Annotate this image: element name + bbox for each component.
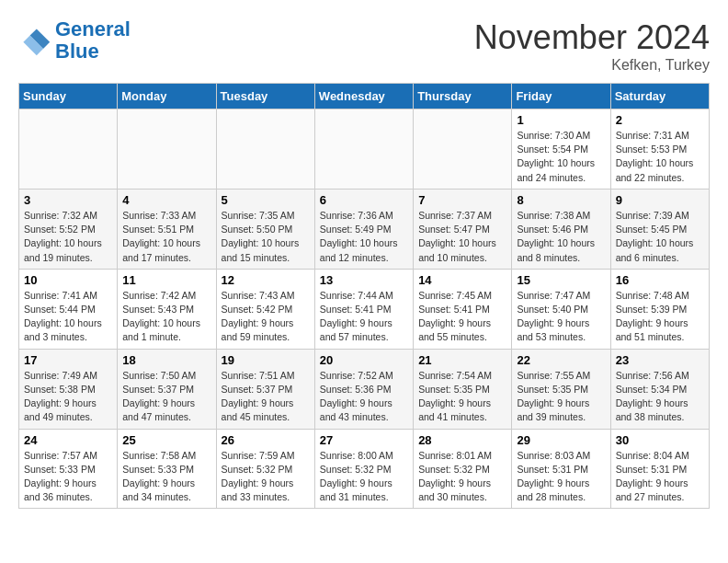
calendar-cell: 13Sunrise: 7:44 AM Sunset: 5:41 PM Dayli… (314, 269, 413, 349)
calendar-cell: 17Sunrise: 7:49 AM Sunset: 5:38 PM Dayli… (19, 349, 118, 429)
dow-header: Sunday (19, 84, 118, 109)
day-info: Sunrise: 8:04 AM Sunset: 5:31 PM Dayligh… (616, 449, 704, 505)
calendar-cell: 12Sunrise: 7:43 AM Sunset: 5:42 PM Dayli… (216, 269, 314, 349)
day-number: 24 (24, 433, 112, 447)
day-info: Sunrise: 7:41 AM Sunset: 5:44 PM Dayligh… (24, 289, 112, 345)
calendar-cell: 11Sunrise: 7:42 AM Sunset: 5:43 PM Dayli… (118, 269, 216, 349)
day-number: 26 (222, 433, 310, 447)
day-info: Sunrise: 7:52 AM Sunset: 5:36 PM Dayligh… (320, 369, 408, 425)
day-info: Sunrise: 7:31 AM Sunset: 5:53 PM Dayligh… (616, 129, 704, 185)
day-number: 7 (418, 193, 506, 207)
day-info: Sunrise: 7:43 AM Sunset: 5:42 PM Dayligh… (222, 289, 310, 345)
day-info: Sunrise: 7:30 AM Sunset: 5:54 PM Dayligh… (517, 129, 605, 185)
day-number: 6 (320, 193, 408, 207)
calendar-cell: 6Sunrise: 7:36 AM Sunset: 5:49 PM Daylig… (314, 189, 413, 269)
day-number: 10 (24, 273, 112, 287)
calendar-week-row: 3Sunrise: 7:32 AM Sunset: 5:52 PM Daylig… (19, 189, 710, 269)
calendar-cell: 30Sunrise: 8:04 AM Sunset: 5:31 PM Dayli… (610, 429, 709, 509)
calendar-cell: 28Sunrise: 8:01 AM Sunset: 5:32 PM Dayli… (414, 429, 512, 509)
dow-header: Wednesday (314, 84, 413, 109)
day-number: 29 (517, 433, 605, 447)
calendar-cell: 8Sunrise: 7:38 AM Sunset: 5:46 PM Daylig… (512, 189, 610, 269)
day-info: Sunrise: 7:45 AM Sunset: 5:41 PM Dayligh… (418, 289, 506, 345)
title-block: November 2024 Kefken, Turkey (474, 18, 710, 74)
day-number: 18 (122, 353, 210, 367)
calendar-week-row: 1Sunrise: 7:30 AM Sunset: 5:54 PM Daylig… (19, 109, 710, 190)
day-number: 13 (320, 273, 408, 287)
day-number: 30 (616, 433, 704, 447)
calendar-cell: 20Sunrise: 7:52 AM Sunset: 5:36 PM Dayli… (314, 349, 413, 429)
day-info: Sunrise: 7:49 AM Sunset: 5:38 PM Dayligh… (24, 369, 112, 425)
logo: General Blue (18, 18, 131, 63)
day-number: 19 (222, 353, 310, 367)
calendar-cell (118, 109, 216, 190)
day-info: Sunrise: 7:58 AM Sunset: 5:33 PM Dayligh… (122, 449, 210, 505)
day-number: 1 (517, 113, 605, 127)
day-info: Sunrise: 8:01 AM Sunset: 5:32 PM Dayligh… (418, 449, 506, 505)
logo-icon (18, 24, 51, 57)
day-number: 3 (24, 193, 112, 207)
day-number: 25 (122, 433, 210, 447)
day-info: Sunrise: 7:42 AM Sunset: 5:43 PM Dayligh… (122, 289, 210, 345)
calendar-cell: 25Sunrise: 7:58 AM Sunset: 5:33 PM Dayli… (118, 429, 216, 509)
day-number: 28 (418, 433, 506, 447)
calendar-cell: 29Sunrise: 8:03 AM Sunset: 5:31 PM Dayli… (512, 429, 610, 509)
day-number: 27 (320, 433, 408, 447)
calendar-cell: 19Sunrise: 7:51 AM Sunset: 5:37 PM Dayli… (216, 349, 314, 429)
day-info: Sunrise: 7:44 AM Sunset: 5:41 PM Dayligh… (320, 289, 408, 345)
day-info: Sunrise: 7:48 AM Sunset: 5:39 PM Dayligh… (616, 289, 704, 345)
day-number: 11 (122, 273, 210, 287)
calendar-cell: 27Sunrise: 8:00 AM Sunset: 5:32 PM Dayli… (314, 429, 413, 509)
calendar-week-row: 17Sunrise: 7:49 AM Sunset: 5:38 PM Dayli… (19, 349, 710, 429)
day-number: 17 (24, 353, 112, 367)
dow-header: Tuesday (216, 84, 314, 109)
dow-header: Friday (512, 84, 610, 109)
calendar-cell: 9Sunrise: 7:39 AM Sunset: 5:45 PM Daylig… (610, 189, 709, 269)
day-info: Sunrise: 7:47 AM Sunset: 5:40 PM Dayligh… (517, 289, 605, 345)
dow-header: Saturday (610, 84, 709, 109)
calendar-cell: 10Sunrise: 7:41 AM Sunset: 5:44 PM Dayli… (19, 269, 118, 349)
day-info: Sunrise: 7:55 AM Sunset: 5:35 PM Dayligh… (517, 369, 605, 425)
day-info: Sunrise: 7:38 AM Sunset: 5:46 PM Dayligh… (517, 209, 605, 265)
day-info: Sunrise: 7:33 AM Sunset: 5:51 PM Dayligh… (122, 209, 210, 265)
calendar-cell: 26Sunrise: 7:59 AM Sunset: 5:32 PM Dayli… (216, 429, 314, 509)
day-number: 4 (122, 193, 210, 207)
calendar-cell: 24Sunrise: 7:57 AM Sunset: 5:33 PM Dayli… (19, 429, 118, 509)
day-info: Sunrise: 7:36 AM Sunset: 5:49 PM Dayligh… (320, 209, 408, 265)
calendar-cell: 1Sunrise: 7:30 AM Sunset: 5:54 PM Daylig… (512, 109, 610, 190)
calendar-cell: 18Sunrise: 7:50 AM Sunset: 5:37 PM Dayli… (118, 349, 216, 429)
page-header: General Blue November 2024 Kefken, Turke… (18, 18, 710, 74)
day-info: Sunrise: 7:32 AM Sunset: 5:52 PM Dayligh… (24, 209, 112, 265)
day-info: Sunrise: 7:35 AM Sunset: 5:50 PM Dayligh… (222, 209, 310, 265)
calendar-cell (414, 109, 512, 190)
calendar-cell: 22Sunrise: 7:55 AM Sunset: 5:35 PM Dayli… (512, 349, 610, 429)
calendar-week-row: 10Sunrise: 7:41 AM Sunset: 5:44 PM Dayli… (19, 269, 710, 349)
day-info: Sunrise: 7:59 AM Sunset: 5:32 PM Dayligh… (222, 449, 310, 505)
calendar-week-row: 24Sunrise: 7:57 AM Sunset: 5:33 PM Dayli… (19, 429, 710, 509)
calendar-cell: 21Sunrise: 7:54 AM Sunset: 5:35 PM Dayli… (414, 349, 512, 429)
day-info: Sunrise: 8:00 AM Sunset: 5:32 PM Dayligh… (320, 449, 408, 505)
month-title: November 2024 (474, 18, 710, 57)
calendar-table: SundayMondayTuesdayWednesdayThursdayFrid… (18, 83, 710, 509)
calendar-cell (216, 109, 314, 190)
dow-header: Monday (118, 84, 216, 109)
day-info: Sunrise: 7:50 AM Sunset: 5:37 PM Dayligh… (122, 369, 210, 425)
day-number: 23 (616, 353, 704, 367)
calendar-cell: 15Sunrise: 7:47 AM Sunset: 5:40 PM Dayli… (512, 269, 610, 349)
calendar-cell: 2Sunrise: 7:31 AM Sunset: 5:53 PM Daylig… (610, 109, 709, 190)
calendar-cell: 7Sunrise: 7:37 AM Sunset: 5:47 PM Daylig… (414, 189, 512, 269)
calendar-cell: 23Sunrise: 7:56 AM Sunset: 5:34 PM Dayli… (610, 349, 709, 429)
day-number: 2 (616, 113, 704, 127)
day-number: 15 (517, 273, 605, 287)
dow-header: Thursday (414, 84, 512, 109)
logo-text: General Blue (55, 18, 131, 63)
days-of-week-row: SundayMondayTuesdayWednesdayThursdayFrid… (19, 84, 710, 109)
day-info: Sunrise: 8:03 AM Sunset: 5:31 PM Dayligh… (517, 449, 605, 505)
calendar-cell: 3Sunrise: 7:32 AM Sunset: 5:52 PM Daylig… (19, 189, 118, 269)
day-number: 22 (517, 353, 605, 367)
day-number: 20 (320, 353, 408, 367)
calendar-cell: 16Sunrise: 7:48 AM Sunset: 5:39 PM Dayli… (610, 269, 709, 349)
calendar-cell: 14Sunrise: 7:45 AM Sunset: 5:41 PM Dayli… (414, 269, 512, 349)
day-number: 8 (517, 193, 605, 207)
day-info: Sunrise: 7:39 AM Sunset: 5:45 PM Dayligh… (616, 209, 704, 265)
